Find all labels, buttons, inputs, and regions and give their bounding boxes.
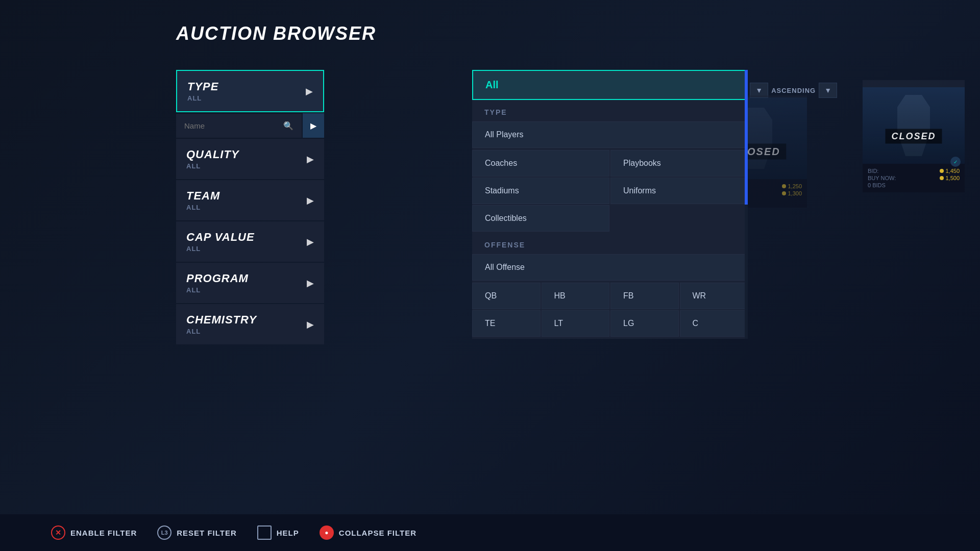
reset-filter-btn[interactable]: L3 RESET FILTER	[157, 525, 237, 540]
auction-card-right-1: CLOSED ✓ BID: 1,450 BUY NOW: 1,500 0 BID…	[863, 80, 965, 192]
filter-team-value: ALL	[186, 204, 220, 211]
filter-type-text: TYPE ALL	[187, 80, 218, 102]
collapse-filter-label: COLLAPSE FILTER	[339, 529, 416, 537]
filter-team-label: TEAM	[186, 189, 220, 203]
dropdown-offense-section: OFFENSE	[472, 234, 748, 254]
chevron-right-icon-3: ▶	[307, 195, 314, 206]
page-title: AUCTION BROWSER	[176, 23, 842, 44]
dropdown-wr[interactable]: WR	[680, 283, 748, 309]
chevron-right-icon-4: ▶	[307, 236, 314, 247]
filter-program-text: PROGRAM ALL	[186, 272, 249, 294]
circle-button-icon: L3	[157, 525, 172, 540]
filter-cap-value-value: ALL	[186, 245, 255, 253]
card-r1-image	[863, 87, 965, 164]
chevron-right-icon: ▶	[306, 86, 313, 97]
square-button-icon	[257, 525, 272, 540]
sidebar: TYPE ALL ▶ 🔍 ▶ QUALITY ALL ▶	[176, 70, 324, 345]
dropdown-lt[interactable]: LT	[542, 310, 610, 337]
name-search-row: 🔍 ▶	[176, 113, 324, 138]
collapse-filter-btn[interactable]: ● COLLAPSE FILTER	[320, 525, 416, 540]
filter-cap-value-label: CAP VALUE	[186, 231, 255, 244]
dropdown-c[interactable]: C	[680, 310, 748, 337]
right-auction-panel: CLOSED ✓ BID: 1,450 BUY NOW: 1,500 0 BID…	[863, 80, 980, 195]
help-btn[interactable]: HELP	[257, 525, 299, 540]
dropdown-playbooks[interactable]: Playbooks	[610, 150, 748, 177]
help-label: HELP	[277, 529, 299, 537]
dropdown-uniforms[interactable]: Uniforms	[610, 178, 748, 204]
filter-team-text: TEAM ALL	[186, 189, 220, 211]
dropdown-stadiums[interactable]: Stadiums	[472, 178, 609, 204]
chevron-right-icon-5: ▶	[307, 278, 314, 289]
dropdown-type-section: TYPE	[472, 101, 748, 121]
dropdown-fb[interactable]: FB	[610, 283, 679, 309]
enable-filter-label: ENABLE FILTER	[70, 529, 137, 537]
dropdown-lg[interactable]: LG	[610, 310, 679, 337]
dropdown-all-option[interactable]: All	[472, 70, 748, 100]
filter-chemistry-value: ALL	[186, 328, 257, 335]
chevron-right-icon-6: ▶	[307, 319, 314, 330]
dropdown-collectibles[interactable]: Collectibles	[472, 205, 609, 232]
filter-chemistry[interactable]: CHEMISTRY ALL ▶	[176, 304, 324, 344]
search-icon: 🔍	[283, 121, 293, 131]
x-button-icon: ✕	[51, 525, 65, 540]
check-icon: ✓	[950, 157, 961, 167]
card-r1-status: CLOSED	[885, 129, 942, 144]
filter-chemistry-text: CHEMISTRY ALL	[186, 313, 257, 335]
search-input[interactable]	[184, 121, 283, 130]
dropdown-hb[interactable]: HB	[542, 283, 610, 309]
content-area: TYPE ALL ▶ 🔍 ▶ QUALITY ALL ▶	[176, 70, 842, 345]
filter-quality-value: ALL	[186, 162, 239, 170]
dropdown-all-offense[interactable]: All Offense	[472, 254, 748, 281]
dropdown-qb[interactable]: QB	[472, 283, 541, 309]
dropdown-te[interactable]: TE	[472, 310, 541, 337]
sort-ascending-label: ASCENDING	[771, 87, 816, 94]
dropdown-coaches[interactable]: Coaches	[472, 150, 609, 177]
reset-filter-label: RESET FILTER	[177, 529, 237, 537]
filter-cap-value[interactable]: CAP VALUE ALL ▶	[176, 221, 324, 262]
filter-program[interactable]: PROGRAM ALL ▶	[176, 263, 324, 303]
type-dropdown-panel: All TYPE All Players Coaches Playbooks S…	[472, 70, 748, 339]
name-input-container: 🔍	[176, 114, 302, 138]
filter-type-value: ALL	[187, 94, 218, 102]
filter-cap-value-text: CAP VALUE ALL	[186, 231, 255, 253]
bottom-toolbar: ✕ ENABLE FILTER L3 RESET FILTER HELP ● C…	[0, 514, 980, 551]
filter-program-label: PROGRAM	[186, 272, 249, 285]
filter-type[interactable]: TYPE ALL ▶	[176, 70, 324, 112]
card-r1-info: BID: 1,450 BUY NOW: 1,500 0 BIDS	[863, 164, 965, 192]
filter-program-value: ALL	[186, 286, 249, 294]
name-search-arrow[interactable]: ▶	[303, 113, 324, 138]
filter-team[interactable]: TEAM ALL ▶	[176, 180, 324, 220]
filter-type-label: TYPE	[187, 80, 218, 93]
main-container: AUCTION BROWSER TYPE ALL ▶ 🔍 ▶	[138, 0, 842, 345]
dropdown-all-players[interactable]: All Players	[472, 121, 748, 148]
chevron-right-icon-2: ▶	[307, 154, 314, 165]
filter-quality-text: QUALITY ALL	[186, 148, 239, 170]
stop-button-icon: ●	[320, 525, 334, 540]
filter-quality-label: QUALITY	[186, 148, 239, 161]
enable-filter-btn[interactable]: ✕ ENABLE FILTER	[51, 525, 137, 540]
filter-quality[interactable]: QUALITY ALL ▶	[176, 139, 324, 179]
filter-chemistry-label: CHEMISTRY	[186, 313, 257, 327]
